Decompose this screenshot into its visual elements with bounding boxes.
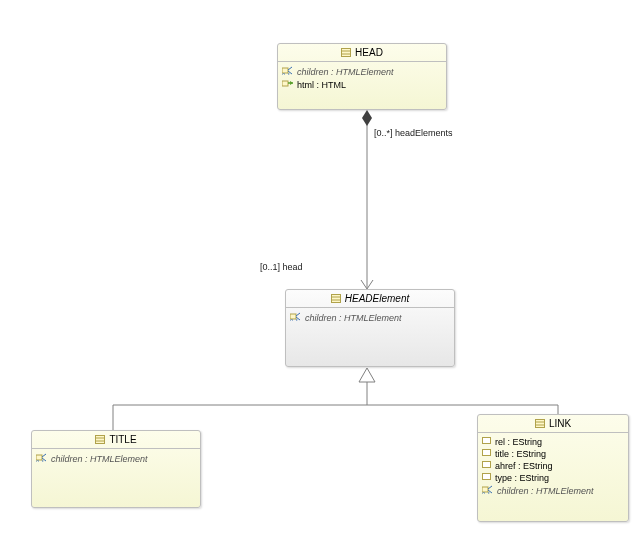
class-head[interactable]: HEAD 0..* children : HTMLElement html : … — [277, 43, 447, 110]
attr-row: title : EString — [482, 448, 624, 460]
class-link-attrs: rel : EString title : EString ahref : ES… — [478, 433, 628, 500]
svg-rect-29 — [483, 462, 491, 468]
attr-text: ahref : EString — [495, 461, 553, 471]
attr-text: title : EString — [495, 449, 546, 459]
attr-row: 0..* children : HTMLElement — [290, 311, 450, 324]
svg-text:0..*: 0..* — [282, 72, 291, 75]
class-icon — [331, 294, 341, 303]
class-icon — [535, 419, 545, 428]
ref-icon: 0..* — [36, 453, 48, 464]
attr-text: rel : EString — [495, 437, 542, 447]
ref-icon: 0..* — [282, 66, 294, 77]
assoc-label-headelements: [0..*] headElements — [374, 128, 453, 138]
class-title-title: TITLE — [32, 431, 200, 449]
attr-row: 0..* children : HTMLElement — [282, 65, 442, 78]
class-title[interactable]: TITLE 0..* children : HTMLElement — [31, 430, 201, 508]
attr-row: type : EString — [482, 472, 624, 484]
svg-marker-13 — [290, 81, 293, 85]
attr-row: ahref : EString — [482, 460, 624, 472]
attr-text: type : EString — [495, 473, 549, 483]
assoc-label-head: [0..1] head — [260, 262, 303, 272]
svg-rect-7 — [342, 49, 351, 57]
class-headelement-name: HEADElement — [345, 293, 409, 304]
class-link-title: LINK — [478, 415, 628, 433]
class-link[interactable]: LINK rel : EString title : EString ahref… — [477, 414, 629, 522]
class-title-attrs: 0..* children : HTMLElement — [32, 449, 200, 468]
attr-icon — [482, 449, 492, 459]
attr-row: rel : EString — [482, 436, 624, 448]
svg-text:0..*: 0..* — [290, 318, 299, 321]
attr-row: html : HTML — [282, 78, 442, 91]
class-head-name: HEAD — [355, 47, 383, 58]
class-head-attrs: 0..* children : HTMLElement html : HTML — [278, 62, 446, 94]
op-icon — [282, 79, 294, 90]
class-icon — [341, 48, 351, 57]
attr-text: html : HTML — [297, 80, 346, 90]
attr-text: children : HTMLElement — [297, 67, 394, 77]
svg-rect-19 — [96, 436, 105, 444]
ref-icon: 0..* — [290, 312, 302, 323]
ref-icon: 0..* — [482, 485, 494, 496]
svg-rect-30 — [483, 474, 491, 480]
class-link-name: LINK — [549, 418, 571, 429]
svg-text:0..*: 0..* — [482, 491, 491, 494]
class-head-title: HEAD — [278, 44, 446, 62]
class-title-name: TITLE — [109, 434, 136, 445]
attr-icon — [482, 461, 492, 471]
svg-rect-28 — [483, 450, 491, 456]
attr-text: children : HTMLElement — [497, 486, 594, 496]
attr-icon — [482, 437, 492, 447]
svg-text:0..*: 0..* — [36, 459, 45, 462]
svg-rect-24 — [535, 420, 544, 428]
attr-text: children : HTMLElement — [305, 313, 402, 323]
svg-rect-12 — [282, 81, 288, 86]
attr-text: children : HTMLElement — [51, 454, 148, 464]
class-icon — [95, 435, 105, 444]
svg-rect-14 — [331, 295, 340, 303]
class-headelement-attrs: 0..* children : HTMLElement — [286, 308, 454, 327]
svg-marker-2 — [359, 368, 375, 382]
svg-marker-1 — [362, 110, 372, 126]
class-headelement[interactable]: HEADElement 0..* children : HTMLElement — [285, 289, 455, 367]
attr-icon — [482, 473, 492, 483]
svg-rect-27 — [483, 438, 491, 444]
attr-row: 0..* children : HTMLElement — [482, 484, 624, 497]
class-headelement-title: HEADElement — [286, 290, 454, 308]
attr-row: 0..* children : HTMLElement — [36, 452, 196, 465]
